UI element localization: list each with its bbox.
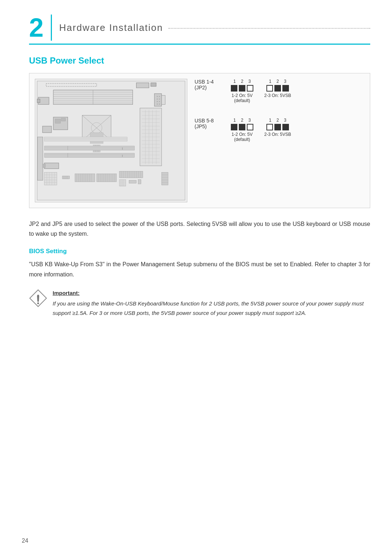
svg-rect-60 (44, 137, 127, 141)
jp2-option1: 1 2 3 1-2 On: 5V (default) (231, 79, 253, 103)
svg-rect-3 (151, 83, 156, 86)
svg-point-22 (159, 101, 160, 102)
jp5-option2-desc: 2-3 On: 5VSB (264, 132, 291, 137)
svg-rect-90 (97, 174, 117, 182)
svg-point-23 (157, 104, 158, 105)
pin-1-filled (231, 85, 237, 92)
svg-rect-47 (61, 118, 66, 121)
jp2-pin-options: 1 2 3 1-2 On: 5V (default) (231, 79, 291, 103)
svg-text:I: I (122, 146, 123, 150)
jp5-pin-options: 1 2 3 1-2 On: 5V (default) (231, 118, 291, 142)
jp5-option1: 1 2 3 1-2 On: 5V (default) (231, 118, 253, 142)
svg-rect-15 (154, 94, 162, 106)
header-title: Hardware Installation (59, 22, 163, 33)
pin-3-empty (247, 85, 253, 92)
jp2-option1-numbers: 1 2 3 (233, 79, 251, 84)
chapter-number: 2 (29, 15, 52, 41)
jp2-option1-pins (231, 85, 253, 92)
jp5-section: USB 5-8 (JP5) 1 2 3 (195, 118, 291, 142)
important-box: Important: If you are using the Wake-On-… (29, 288, 370, 318)
jp2-section: USB 1-4 (JP2) 1 2 3 (195, 79, 291, 103)
svg-rect-121 (119, 179, 126, 186)
svg-rect-67 (44, 153, 135, 158)
section-title: USB Power Select (29, 56, 370, 66)
svg-rect-129 (129, 180, 136, 183)
svg-rect-89 (75, 174, 95, 182)
svg-point-18 (159, 96, 160, 97)
jp5-option1-desc: 1-2 On: 5V (default) (232, 132, 253, 142)
jp5-pin-3-empty (247, 124, 253, 130)
jp5-pin-1-filled (231, 124, 237, 130)
page-header: 2 Hardware Installation (29, 15, 370, 45)
svg-rect-73 (42, 164, 45, 168)
bios-text: "USB KB Wake-Up From S3" in the Power Ma… (29, 259, 370, 279)
pin-2-filled (274, 85, 281, 92)
jp5-option2: 1 2 3 2-3 On: 5VSB (264, 118, 291, 142)
jp2-option1-desc: 1-2 On: 5V (default) (232, 93, 253, 103)
important-label: Important: (53, 288, 370, 298)
page-number: 24 (22, 538, 28, 544)
pin-2-filled (239, 85, 245, 92)
jp2-label: USB 1-4 (JP2) (195, 79, 224, 90)
svg-rect-131 (162, 172, 168, 185)
bios-section-title: BIOS Setting (29, 248, 370, 255)
jp2-option2-pins (266, 85, 289, 92)
jp5-label: USB 5-8 (JP5) (195, 118, 224, 129)
svg-point-19 (157, 98, 158, 100)
jp2-option2: 1 2 3 2-3 On: 5VSB (264, 79, 291, 103)
svg-rect-59 (42, 126, 52, 133)
svg-rect-2 (136, 83, 149, 88)
jp5-option1-numbers: 1 2 3 (233, 118, 251, 123)
jp2-option2-desc: 2-3 On: 5VSB (264, 93, 291, 98)
svg-rect-46 (55, 119, 61, 123)
motherboard-diagram: I I (35, 79, 187, 202)
svg-rect-16 (162, 96, 165, 105)
warning-icon (29, 289, 47, 307)
svg-point-24 (159, 104, 160, 105)
jp5-pin-1-empty (266, 124, 273, 130)
jp5-pin-2-filled (239, 124, 245, 130)
svg-rect-74 (44, 172, 57, 185)
svg-rect-14 (37, 99, 40, 103)
diagram-area: I I (29, 73, 370, 208)
svg-point-17 (157, 96, 158, 97)
jp5-option1-pins (231, 124, 253, 130)
important-text: If you are using the Wake-On-USB Keyboar… (53, 300, 364, 316)
jp2-option2-numbers: 1 2 3 (269, 79, 286, 84)
svg-point-137 (37, 302, 39, 304)
important-content: Important: If you are using the Wake-On-… (53, 288, 370, 318)
svg-text:I: I (122, 154, 123, 158)
jp-diagrams: USB 1-4 (JP2) 1 2 3 (195, 79, 291, 142)
svg-rect-64 (44, 146, 135, 150)
svg-rect-110 (119, 171, 143, 178)
jp5-option2-numbers: 1 2 3 (269, 118, 286, 123)
jp5-pin-2b-filled (274, 124, 281, 130)
svg-point-21 (157, 101, 158, 102)
jp5-pin-3b-filled (282, 124, 289, 130)
header-dots (168, 28, 370, 29)
svg-point-20 (159, 98, 160, 100)
pin-3-filled (282, 85, 289, 92)
body-text: JP2 and JP5 are used to select the power… (29, 219, 370, 239)
jp5-option2-pins (266, 124, 289, 130)
svg-rect-72 (44, 163, 59, 169)
svg-rect-130 (138, 179, 141, 184)
pin-1-empty (266, 85, 273, 92)
svg-rect-63 (37, 137, 43, 180)
